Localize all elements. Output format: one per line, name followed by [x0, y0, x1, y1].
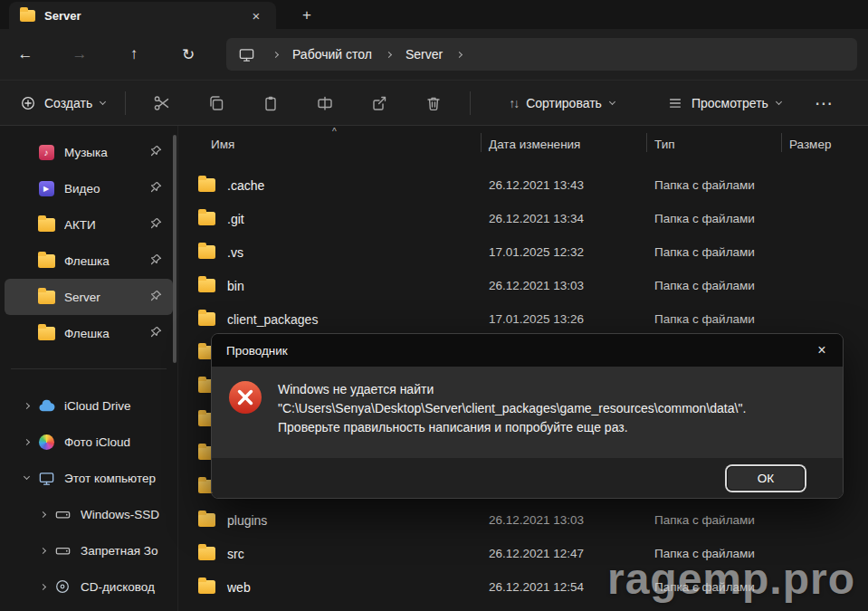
file-date: 26.12.2021 13:34	[481, 212, 646, 225]
sidebar-item-icloud-drive[interactable]: iCloud Drive	[5, 387, 173, 424]
chevron-down-icon	[609, 98, 615, 104]
sidebar-item-label: CD-дисковод	[81, 580, 173, 594]
table-row[interactable]: .vs 17.01.2025 12:32 Папка с файлами	[178, 235, 868, 269]
file-name: bin	[227, 279, 244, 293]
sidebar-item-fleshka-2[interactable]: Флешка	[5, 315, 173, 351]
command-toolbar: Создать ↑↓ Сортировать	[0, 80, 868, 126]
pin-icon	[150, 145, 162, 159]
file-name: plugins	[227, 513, 267, 528]
file-name: .cache	[227, 178, 264, 193]
new-tab-button[interactable]: +	[296, 6, 318, 24]
tab-server[interactable]: Server ×	[9, 2, 276, 29]
view-lines-icon	[667, 95, 683, 111]
pin-icon	[150, 217, 162, 232]
table-row[interactable]: client_packages 17.01.2025 13:26 Папка с…	[178, 302, 868, 336]
chevron-down-icon	[776, 98, 782, 104]
drive-icon	[53, 506, 72, 523]
folder-icon	[198, 580, 215, 594]
forward-icon[interactable]: →	[63, 38, 96, 71]
file-type: Папка с файлами	[646, 513, 781, 527]
chevron-right-icon	[386, 51, 392, 57]
sort-button[interactable]: ↑↓ Сортировать	[498, 87, 625, 119]
dialog-message-line3: Проверьте правильность написания и попро…	[278, 418, 746, 437]
delete-icon[interactable]	[415, 87, 452, 119]
sidebar-item-label: Windows-SSD	[81, 508, 173, 521]
more-options-icon[interactable]: ⋯	[808, 92, 839, 114]
icloud-icon	[37, 399, 55, 412]
sidebar-item-windows-ssd[interactable]: Windows-SSD	[5, 496, 173, 532]
cut-icon[interactable]	[144, 87, 180, 119]
refresh-icon[interactable]: ↻	[172, 38, 205, 71]
table-row[interactable]: plugins 26.12.2021 13:03 Папка с файлами	[178, 503, 868, 537]
sidebar-scrollbar[interactable]	[173, 135, 176, 363]
chevron-right-icon[interactable]	[39, 511, 45, 517]
folder-icon	[198, 279, 215, 292]
paste-icon[interactable]	[253, 87, 289, 119]
folder-icon	[198, 245, 215, 259]
table-row[interactable]: bin 26.12.2021 13:03 Папка с файлами	[178, 269, 868, 302]
folder-icon	[198, 312, 215, 326]
dialog-body: Windows не удается найти "C:\Users\Senya…	[212, 367, 843, 458]
sidebar-item-music[interactable]: ♪ Музыка	[5, 134, 173, 170]
create-label: Создать	[44, 96, 92, 110]
folder-icon	[198, 547, 215, 560]
sidebar-item-server[interactable]: Server	[5, 279, 173, 315]
copy-icon[interactable]	[198, 87, 234, 119]
chevron-right-icon[interactable]	[23, 438, 29, 444]
sidebar-item-zapretnaya[interactable]: Запретная Зо	[5, 532, 173, 568]
sidebar-item-cd-drive[interactable]: CD-дисковод	[5, 568, 173, 605]
chevron-right-icon[interactable]	[39, 583, 45, 589]
pin-icon	[150, 326, 162, 340]
column-separator[interactable]	[481, 133, 482, 152]
dialog-title: Проводник	[226, 344, 288, 358]
up-icon[interactable]: ↑	[118, 38, 150, 71]
back-icon[interactable]: ←	[9, 38, 42, 71]
folder-icon	[198, 178, 215, 192]
chevron-down-icon	[100, 98, 106, 104]
sidebar-item-this-pc[interactable]: Этот компьютер	[5, 460, 173, 496]
breadcrumb-desktop[interactable]: Рабочий стол	[287, 47, 377, 62]
sidebar-item-akti[interactable]: АКТИ	[5, 206, 173, 243]
view-label: Просмотреть	[692, 96, 768, 110]
music-icon: ♪	[39, 145, 54, 160]
chevron-down-icon[interactable]	[23, 473, 29, 480]
column-separator[interactable]	[646, 133, 647, 152]
folder-icon	[38, 218, 55, 232]
dialog-message: Windows не удается найти "C:\Users\Senya…	[278, 380, 746, 447]
drive-icon	[53, 542, 72, 559]
column-header-size[interactable]: Размер	[781, 138, 868, 151]
cd-icon	[53, 578, 72, 595]
view-button[interactable]: Просмотреть	[656, 87, 792, 119]
file-explorer-window: Server × + ← → ↑ ↻ Рабочий стол Server	[0, 0, 868, 611]
rename-icon[interactable]	[307, 87, 343, 119]
sidebar-item-icloud-photos[interactable]: Фото iCloud	[5, 424, 173, 460]
address-bar[interactable]: Рабочий стол Server	[226, 38, 857, 71]
column-header-date[interactable]: Дата изменения	[481, 138, 646, 151]
sidebar-divider	[11, 368, 167, 369]
breadcrumb-server[interactable]: Server	[400, 47, 448, 62]
file-date: 26.12.2021 13:03	[481, 279, 646, 292]
column-header-name[interactable]: Имя	[178, 138, 481, 151]
folder-icon	[38, 291, 55, 304]
computer-icon	[237, 46, 255, 63]
chevron-right-icon[interactable]	[39, 547, 45, 553]
chevron-right-icon[interactable]	[23, 402, 29, 408]
table-row[interactable]: .git 26.12.2021 13:34 Папка с файлами	[178, 202, 868, 235]
file-name: .vs	[227, 245, 243, 260]
tab-close-icon[interactable]: ×	[247, 8, 265, 24]
file-type: Папка с файлами	[646, 245, 781, 259]
sidebar: ♪ Музыка ▶ Видео АКТИ Флешка	[0, 126, 177, 611]
create-button[interactable]: Создать	[9, 87, 116, 119]
column-separator[interactable]	[781, 133, 782, 152]
sort-direction-icon: ^	[332, 127, 337, 137]
sidebar-item-video[interactable]: ▶ Видео	[5, 170, 173, 206]
dialog-close-icon[interactable]: ×	[801, 334, 843, 367]
dialog-message-line2: "C:\Users\Senya\Desktop\Server\client_pa…	[278, 399, 746, 418]
sidebar-item-fleshka-1[interactable]: Флешка	[5, 243, 173, 279]
file-date: 26.12.2021 13:43	[481, 178, 646, 192]
toolbar-separator	[470, 91, 471, 115]
table-row[interactable]: .cache 26.12.2021 13:43 Папка с файлами	[178, 168, 868, 202]
ok-button[interactable]: ОК	[727, 466, 805, 491]
share-icon[interactable]	[361, 87, 397, 119]
column-header-type[interactable]: Тип	[646, 138, 781, 151]
